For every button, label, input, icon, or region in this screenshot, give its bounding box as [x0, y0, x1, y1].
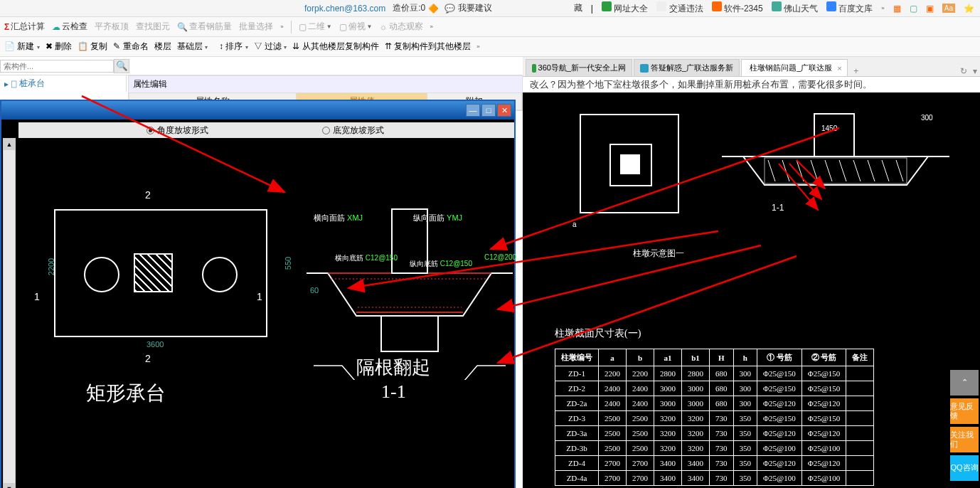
tree-expand-icon[interactable]: ▸ — [4, 79, 9, 89]
tv-icon[interactable]: ▣ — [926, 4, 934, 14]
table-cell: Φ25@150 — [757, 366, 802, 381]
table-cell: 3200 — [654, 426, 682, 441]
th: h — [733, 349, 757, 366]
cad-canvas[interactable]: 2 2 1 1 3600 2200 矩形承台 — [18, 138, 513, 488]
book-icon[interactable]: ▢ — [910, 4, 917, 14]
scroll-down[interactable]: ▼ — [4, 483, 15, 488]
bookmark-2[interactable]: 软件-2345 — [712, 1, 763, 15]
table-cell — [846, 471, 874, 486]
tab-menu-button[interactable]: ▾ — [973, 66, 977, 76]
plan-rectangle — [54, 209, 267, 337]
minimize-button[interactable]: — — [466, 104, 480, 117]
pile-circle-2 — [202, 257, 238, 292]
table-cell: ZD-2 — [555, 381, 599, 396]
table-cell: 350 — [733, 426, 757, 441]
section-subtitle: 1-1 — [381, 381, 406, 403]
base-layer-dropdown[interactable]: 基础层 ▾ — [177, 41, 208, 53]
table-cell: 2700 — [627, 471, 654, 486]
table-cell: 350 — [733, 411, 757, 426]
bookmark-4[interactable]: 百度文库 — [826, 1, 873, 15]
star-icon[interactable]: ⭐ — [964, 4, 974, 14]
th: 备注 — [846, 349, 874, 366]
grid-icon[interactable]: ▦ — [893, 4, 901, 14]
delete-button[interactable]: ✖ 删除 — [46, 41, 72, 53]
svg-rect-3 — [381, 316, 438, 351]
copy-button[interactable]: 📋 复制 — [78, 41, 107, 53]
aa-icon[interactable]: Aa — [942, 4, 955, 13]
table-cell: Φ25@150 — [801, 381, 846, 396]
user-email[interactable]: forpk.chen@163.com — [304, 4, 385, 14]
table-cell: ZD-3a — [555, 426, 599, 441]
new-button[interactable]: 📄 新建 ▾ — [4, 41, 40, 53]
table-cell: 300 — [733, 366, 757, 381]
table-cell: Φ25@120 — [757, 426, 802, 441]
restore-tab-button[interactable]: ↻ — [960, 66, 967, 76]
cad-drawing-area[interactable]: a 柱墩示意图一 300 1450 1-1 柱墩截面尺寸表(一) 柱墩编号 — [523, 92, 980, 488]
table-cell: 350 — [733, 441, 757, 456]
more-tools-2[interactable]: » — [430, 23, 433, 30]
search-button[interactable]: 🔍 — [114, 59, 129, 73]
tree-item-pilecap[interactable]: ▸ ⎕ 桩承台 — [0, 75, 126, 92]
table-cell: 3200 — [682, 441, 710, 456]
bookmark-3[interactable]: 佛山天气 — [772, 1, 818, 15]
svg-line-11 — [811, 160, 818, 181]
table-cell: ZD-3b — [555, 441, 599, 456]
table-cell: ZD-4a — [555, 471, 599, 486]
bird-view-dropdown[interactable]: ▢ 俯视 ▼ — [339, 21, 373, 33]
copy-from-button[interactable]: ⇊ 从其他楼层复制构件 — [292, 41, 378, 53]
search-input[interactable] — [0, 60, 114, 73]
table-cell: 2700 — [599, 456, 627, 471]
more-tools-1[interactable]: » — [280, 23, 283, 30]
table-cell: 730 — [710, 471, 734, 486]
radio-angle-slope[interactable]: 角度放坡形式 — [147, 124, 208, 137]
dynamic-view-button[interactable]: ☼ 动态观察 — [380, 21, 423, 33]
tab-2[interactable]: 柱墩钢筋问题_广联达服× — [741, 59, 848, 76]
chat-icon[interactable]: 💬 — [444, 4, 455, 14]
qq-consult-button[interactable]: QQ咨询 — [950, 455, 979, 481]
view-rebar-button[interactable]: 🔍 查看钢筋量 — [177, 21, 232, 33]
follow-button[interactable]: 关注我们 — [950, 427, 979, 452]
scroll-up[interactable]: ▲ — [4, 139, 15, 150]
batch-select-button[interactable]: 批量选择 — [239, 21, 273, 33]
separator — [291, 21, 292, 33]
zd-plan-outline — [580, 114, 679, 213]
more-bookmarks[interactable]: » — [881, 5, 884, 11]
rename-button[interactable]: ✎ 重命名 — [113, 41, 148, 53]
column-hatch — [134, 253, 173, 292]
cloud-check-button[interactable]: ☁ 云检查 — [52, 21, 87, 33]
table-row: ZD-3a2500250032003200730350Φ25@120Φ25@12… — [555, 426, 874, 441]
sum-button[interactable]: Σ 汇总计算 — [4, 21, 45, 33]
filter-button[interactable]: ▽ 过滤 ▾ — [254, 41, 287, 53]
rebar-label-4: 纵向底筋 C12@150 — [410, 259, 472, 269]
scroll-top-button[interactable]: ⌃ — [950, 370, 979, 396]
table-cell: 3000 — [682, 396, 710, 411]
table-row: ZD-22400240030003000680300Φ25@150Φ25@150 — [555, 381, 874, 396]
close-tab-icon[interactable]: × — [837, 64, 841, 73]
table-cell: Φ25@150 — [757, 381, 802, 396]
tab-0[interactable]: 360导航_新一代安全上网 — [526, 59, 632, 76]
flatten-button[interactable]: 平齐板顶 — [95, 21, 129, 33]
close-button[interactable]: ✕ — [497, 104, 511, 117]
table-cell: 2400 — [627, 381, 654, 396]
copy-to-button[interactable]: ⇈ 复制构件到其他楼层 — [385, 41, 471, 53]
sort-button[interactable]: ↕ 排序 ▾ — [219, 41, 248, 53]
tab-1[interactable]: 答疑解惑_广联达服务新 — [634, 59, 740, 76]
th: b — [627, 349, 654, 366]
bookmark-1[interactable]: 交通违法 — [656, 1, 703, 15]
suggest-link[interactable]: 我要建议 — [458, 2, 492, 14]
radio-width-slope[interactable]: 底宽放坡形式 — [322, 124, 384, 137]
new-tab-button[interactable]: + — [853, 66, 858, 76]
table-cell: 730 — [710, 411, 734, 426]
radio-icon — [147, 127, 154, 134]
fav-link[interactable]: 藏 — [574, 2, 582, 14]
more-tools-3[interactable]: » — [476, 43, 479, 50]
floor-dropdown[interactable]: 楼层 — [154, 41, 171, 53]
bookmark-bar: 藏 | 网址大全 交通违法 软件-2345 佛山天气 百度文库 » ▦ ▢ ▣ … — [574, 1, 974, 15]
find-fig-button[interactable]: 查找图元 — [136, 21, 170, 33]
feedback-button[interactable]: 意见反馈 — [950, 398, 979, 424]
bookmark-0[interactable]: 网址大全 — [602, 1, 648, 15]
view-2d-dropdown[interactable]: ▢ 二维 ▼ — [299, 21, 332, 33]
floating-side-buttons: ⌃ 意见反馈 关注我们 QQ咨询 — [950, 370, 979, 481]
maximize-button[interactable]: □ — [481, 104, 496, 117]
vertical-scrollbar[interactable]: ▲ ▼ — [3, 138, 16, 488]
